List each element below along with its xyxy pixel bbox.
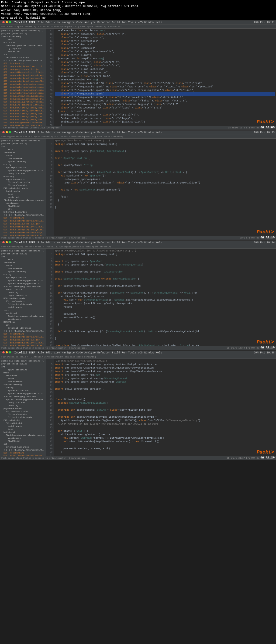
tree-item[interactable]: SBT: PropRuntime bbox=[1, 62, 45, 65]
tree-item[interactable]: SBT: PropRuntime bbox=[1, 216, 45, 219]
tree-item[interactable]: pageviewcounter bbox=[1, 294, 45, 297]
menu-file[interactable]: File bbox=[37, 241, 44, 244]
menu-file[interactable]: File bbox=[37, 21, 44, 24]
menu-analyze[interactable]: Analyze bbox=[84, 131, 96, 134]
tree-item[interactable]: DStreamSink.scala bbox=[1, 181, 45, 184]
tree-item[interactable]: ordering bbox=[1, 404, 45, 407]
tree-item[interactable]: DStreamProvider bbox=[1, 184, 45, 187]
menu-code[interactable]: Code bbox=[76, 21, 83, 24]
tree-item[interactable]: SBT: com.esotericsoftware.minlog:minlog:… bbox=[1, 234, 45, 236]
menu-items[interactable]: FileEditViewNavigateCodeAnalyzeRefactorB… bbox=[37, 351, 164, 354]
menu-refactor[interactable]: Refactor bbox=[97, 21, 110, 24]
tree-item[interactable]: SBT: com.fasterxml.jackson.core:jackson-… bbox=[1, 86, 45, 88]
tree-item[interactable]: main bbox=[1, 371, 45, 374]
menu-build[interactable]: Build bbox=[112, 351, 120, 354]
tree-item[interactable]: sparkstreaming bbox=[1, 160, 45, 163]
tree-item[interactable]: project [root-build] bbox=[1, 32, 45, 35]
tree-item[interactable]: SparkStreamingApplicationConf bbox=[1, 398, 45, 401]
tree-item[interactable]: SBT: com.github.fommil.netlib:core:1.1.2… bbox=[1, 94, 45, 97]
tree-item[interactable]: SparkStreamingApplication.scal bbox=[1, 279, 45, 282]
tree-item[interactable]: SparkStreamingApplication.scal bbox=[1, 392, 45, 395]
tree-item[interactable]: SparkApplication bbox=[1, 166, 45, 169]
tree-item[interactable]: sparkstreaming bbox=[1, 383, 45, 386]
tree-item[interactable]: FilterBotsJob.scala bbox=[1, 187, 45, 190]
code-area[interactable]: SparkStreamingApplication withSparkStrea… bbox=[54, 249, 276, 346]
editor[interactable]: 1112131415161718192021222324252627282930… bbox=[46, 29, 276, 126]
tree-item[interactable]: spark-streaming bbox=[1, 35, 45, 38]
menu-file[interactable]: File bbox=[37, 351, 44, 354]
tree-item[interactable]: SBT: com.clearspring.analytics:stream:2.… bbox=[1, 228, 45, 231]
tree-item[interactable]: SBT: com.sun.jersey.contribs.jersey-guic… bbox=[1, 109, 45, 112]
menu-view[interactable]: View bbox=[54, 21, 60, 24]
tree-item[interactable]: SBT: com.esotericsoftware.kryo:kryo:2.21… bbox=[1, 231, 45, 234]
tree-item[interactable]: test bbox=[1, 428, 45, 431]
tree-item[interactable]: resources bbox=[1, 374, 45, 377]
tree-item[interactable]: sbt bbox=[1, 207, 45, 210]
tree-item[interactable]: deduplication bbox=[1, 172, 45, 175]
menu-analyze[interactable]: Analyze bbox=[84, 241, 96, 244]
tree-item[interactable]: pageviewcounter bbox=[1, 407, 45, 410]
menu-view[interactable]: View bbox=[54, 131, 60, 134]
menu-vcs[interactable]: VCS bbox=[138, 241, 143, 244]
menu-code[interactable]: Code bbox=[76, 131, 83, 134]
menu-tools[interactable]: Tools bbox=[128, 21, 136, 24]
menu-refactor[interactable]: Refactor bbox=[97, 131, 110, 134]
menu-navigate[interactable]: Navigate bbox=[62, 131, 75, 134]
tree-item[interactable]: packt-big-data-spark-streaming [root] bbox=[1, 249, 45, 252]
tree-item[interactable]: test bbox=[1, 309, 45, 312]
tree-item[interactable]: deduplication bbox=[1, 288, 45, 291]
tree-item[interactable]: README.md bbox=[1, 50, 45, 53]
tree-item[interactable]: packt-big-data-spark-streaming [root] bbox=[1, 359, 45, 362]
menu-items[interactable]: FileEditViewNavigateCodeAnalyzeRefactorB… bbox=[37, 131, 164, 134]
tree-item[interactable]: DStreamProvider bbox=[1, 300, 45, 303]
window-controls[interactable] bbox=[1, 351, 12, 354]
tree-item[interactable]: SBT: com.esotericsoftware.reflectasm:ref… bbox=[1, 80, 45, 83]
tree-item[interactable]: config bbox=[1, 163, 45, 166]
menu-items[interactable]: FileEditViewNavigateCodeAnalyzeRefactorB… bbox=[37, 241, 164, 244]
tree-item[interactable]: SparkApplication bbox=[1, 276, 45, 279]
menubar[interactable]: IntelliJ IDEA FileEditViewNavigateCodeAn… bbox=[0, 21, 276, 25]
tree-item[interactable]: FilterBotsJob.scala bbox=[1, 303, 45, 306]
tree-item[interactable]: SBT: com.esotericssoftware:1.0.jar bbox=[1, 65, 45, 68]
project-tree[interactable]: packt-big-data-spark-streaming [root]pro… bbox=[0, 359, 46, 456]
tree-item[interactable]: sbt bbox=[1, 323, 45, 326]
tree-item[interactable]: ordering bbox=[1, 291, 45, 294]
tree-item[interactable]: build.sbt bbox=[1, 312, 45, 315]
tree-item[interactable]: SBT: com.fasterxml.jackson.core:jackson-… bbox=[1, 83, 45, 86]
menu-items[interactable]: FileEditViewNavigateCodeAnalyzeRefactorB… bbox=[37, 21, 164, 24]
menu-run[interactable]: Run bbox=[122, 351, 126, 354]
menu-build[interactable]: Build bbox=[112, 241, 120, 244]
editor[interactable]: 5678910111213141516171819202122232425262… bbox=[46, 359, 276, 456]
breadcrumb[interactable]: build.sbt > spark-streaming > ~/IntelliJ… bbox=[0, 25, 276, 29]
tree-item[interactable]: FilterBotsJob bbox=[1, 419, 45, 422]
menu-window[interactable]: Window bbox=[144, 21, 154, 24]
menu-vcs[interactable]: VCS bbox=[138, 351, 143, 354]
tree-item[interactable]: README.md bbox=[1, 205, 45, 207]
tree-item[interactable]: Model.scala bbox=[1, 306, 45, 309]
tree-item[interactable]: External Libraries bbox=[1, 326, 45, 329]
tree-item[interactable]: packt-big-data-spark-streaming [root] bbox=[1, 139, 45, 142]
editor[interactable]: 1234567891011121314151617181920212223242… bbox=[46, 249, 276, 346]
tree-item[interactable]: SBT: com.esotericsoftware.minlog.minlog.… bbox=[1, 77, 45, 80]
tree-item[interactable]: build.sbt bbox=[1, 41, 45, 44]
menu-vcs[interactable]: VCS bbox=[138, 21, 143, 24]
tree-item[interactable]: SBT: PropRuntime bbox=[1, 451, 45, 454]
tree-item[interactable]: < 1.8 > /Library/Java/JavaVirtualMachine… bbox=[1, 329, 45, 332]
menu-analyze[interactable]: Analyze bbox=[84, 21, 96, 24]
tree-item[interactable]: < 1.8 > /Library/Java/JavaVirtualMachine… bbox=[1, 213, 45, 216]
tree-item[interactable]: SparkStreamingApplicationConf bbox=[1, 285, 45, 288]
menu-run[interactable]: Run bbox=[122, 21, 126, 24]
tree-item[interactable]: SparkStreamingApplication bbox=[1, 395, 45, 398]
tree-item[interactable]: src bbox=[1, 255, 45, 258]
menu-navigate[interactable]: Navigate bbox=[62, 241, 75, 244]
menu-help[interactable]: Help bbox=[156, 351, 162, 354]
breadcrumb[interactable]: FilterBotsJob.scala > ~/IntelliJ workspa… bbox=[0, 355, 276, 359]
menu-help[interactable]: Help bbox=[156, 241, 162, 244]
tree-item[interactable]: com.tomek007 bbox=[1, 380, 45, 383]
menu-analyze[interactable]: Analyze bbox=[84, 351, 96, 354]
tree-item[interactable]: SBT: PropRuntime bbox=[1, 332, 45, 335]
tree-item[interactable]: SBT: com.101tec.zkclient:0.3.jar bbox=[1, 341, 45, 344]
menubar[interactable]: IntelliJ IDEA FileEditViewNavigateCodeAn… bbox=[0, 131, 276, 135]
tree-item[interactable]: config bbox=[1, 386, 45, 389]
tree-item[interactable]: External Libraries bbox=[1, 56, 45, 59]
